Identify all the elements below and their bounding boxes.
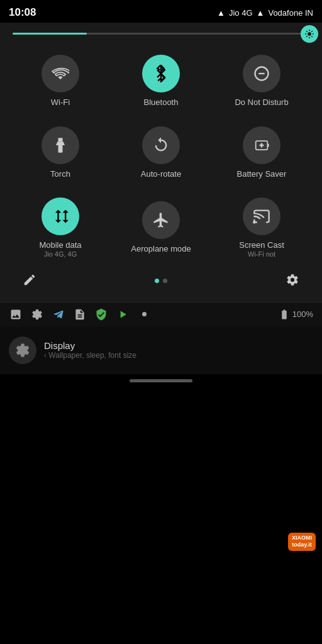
mobiledata-icon xyxy=(52,208,69,225)
battery-icon xyxy=(279,309,290,320)
tile-dnd-icon xyxy=(243,55,280,92)
notification-bar: 100% xyxy=(0,302,322,326)
dot-2 xyxy=(163,279,167,283)
notif-settings-icon xyxy=(30,308,44,321)
screencast-icon xyxy=(253,208,270,225)
svg-point-19 xyxy=(253,221,256,224)
wifi-icon xyxy=(52,65,69,82)
tile-screencast-sublabel: Wi-Fi not xyxy=(248,250,275,258)
home-pill-area xyxy=(0,374,322,385)
battery-percent: 100% xyxy=(292,309,313,319)
aeroplane-icon xyxy=(152,211,170,229)
tile-autorotate[interactable]: Auto-rotate xyxy=(111,119,211,184)
dot-1 xyxy=(155,279,159,283)
app-display-sub-text: Wallpaper, sleep, font size xyxy=(48,351,136,360)
svg-line-6 xyxy=(311,36,312,36)
app-item-display[interactable]: Display ‹ Wallpaper, sleep, font size xyxy=(9,333,313,368)
settings-icon xyxy=(286,273,299,287)
status-bar: 10:08 ▲ Jio 4G ▲ Vodafone IN xyxy=(0,0,322,23)
notif-telegram-icon xyxy=(52,308,65,321)
tile-torch-label: Torch xyxy=(50,169,70,179)
app-display-title: Display xyxy=(44,340,136,351)
tile-mobiledata-sublabel: Jio 4G, 4G xyxy=(44,250,77,258)
notif-photo-icon xyxy=(9,308,23,321)
tile-batterysaver-icon xyxy=(243,126,280,164)
tile-mobiledata-icon xyxy=(42,197,79,235)
settings-button[interactable] xyxy=(286,273,299,289)
tile-screencast-icon xyxy=(243,197,280,235)
tile-screencast-label: Screen Cast xyxy=(239,240,284,250)
app-preview-area: Display ‹ Wallpaper, sleep, font size xyxy=(0,326,322,374)
tile-mobiledata[interactable]: Mobile data Jio 4G, 4G xyxy=(10,190,111,263)
home-pill[interactable] xyxy=(130,379,192,382)
tile-autorotate-label: Auto-rotate xyxy=(141,169,181,179)
display-settings-icon xyxy=(14,342,31,358)
tile-autorotate-icon xyxy=(142,126,180,164)
notif-play-icon xyxy=(116,308,130,321)
edit-button[interactable] xyxy=(23,273,36,289)
status-right: ▲ Jio 4G ▲ Vodafone IN xyxy=(217,8,313,18)
bluetooth-icon xyxy=(152,65,170,82)
svg-point-0 xyxy=(308,32,311,35)
svg-line-8 xyxy=(311,31,312,31)
brightness-fill xyxy=(13,33,87,35)
tile-aeroplane[interactable]: Aeroplane mode xyxy=(111,190,211,263)
notif-dot xyxy=(137,308,151,321)
edit-icon xyxy=(23,273,36,287)
signal-arrow-1: ▲ xyxy=(217,8,225,18)
notif-docs-icon xyxy=(73,308,87,321)
tile-grid: Wi-Fi Bluetooth xyxy=(10,47,312,263)
brightness-track[interactable] xyxy=(13,33,309,35)
xiaomi-line1: XIAOMI xyxy=(292,535,312,542)
tile-mobiledata-label: Mobile data xyxy=(39,240,81,250)
tile-wifi[interactable]: Wi-Fi xyxy=(10,47,111,113)
dnd-icon xyxy=(253,65,270,82)
svg-rect-16 xyxy=(267,143,269,147)
tile-dnd[interactable]: Do Not Disturb xyxy=(211,47,312,113)
svg-line-7 xyxy=(306,36,307,36)
tile-bluetooth-label: Bluetooth xyxy=(144,97,179,108)
app-display-subtitle: ‹ Wallpaper, sleep, font size xyxy=(44,351,136,360)
brightness-row[interactable] xyxy=(10,33,312,35)
brightness-icon xyxy=(304,29,314,39)
qs-bottom-bar xyxy=(10,265,312,294)
tile-wifi-label: Wi-Fi xyxy=(51,97,70,108)
autorotate-icon xyxy=(152,136,170,154)
svg-rect-14 xyxy=(58,145,63,153)
brightness-thumb[interactable] xyxy=(301,25,318,43)
xiaomi-line2: today.it xyxy=(292,541,312,549)
tile-bluetooth[interactable]: Bluetooth xyxy=(111,47,211,113)
quick-settings-panel: Wi-Fi Bluetooth xyxy=(0,23,322,302)
tile-torch[interactable]: Torch xyxy=(10,119,111,184)
signal-arrow-2: ▲ xyxy=(257,8,265,18)
carrier1-label: Jio 4G xyxy=(229,8,253,18)
tile-aeroplane-icon xyxy=(142,201,180,239)
torch-icon xyxy=(52,136,69,154)
tile-batterysaver[interactable]: Battery Saver xyxy=(211,119,312,184)
tile-aeroplane-label: Aeroplane mode xyxy=(131,244,191,254)
tile-torch-icon xyxy=(42,126,79,164)
app-display-icon xyxy=(9,336,36,364)
svg-line-5 xyxy=(306,31,307,31)
tile-wifi-icon xyxy=(42,55,79,92)
notif-shield-icon xyxy=(94,308,108,321)
svg-rect-13 xyxy=(58,138,63,142)
pagination-dots xyxy=(155,279,167,283)
battery-indicator: 100% xyxy=(279,309,313,320)
tile-dnd-label: Do Not Disturb xyxy=(235,97,288,108)
tile-bluetooth-icon xyxy=(142,55,180,92)
carrier2-label: Vodafone IN xyxy=(268,8,313,18)
tile-batterysaver-label: Battery Saver xyxy=(237,169,287,179)
xiaomi-watermark: XIAOMI today.it xyxy=(288,533,316,551)
status-time: 10:08 xyxy=(9,6,36,19)
batterysaver-icon xyxy=(253,136,270,154)
tile-screencast[interactable]: Screen Cast Wi-Fi not xyxy=(211,190,312,263)
app-display-text: Display ‹ Wallpaper, sleep, font size xyxy=(44,340,136,360)
